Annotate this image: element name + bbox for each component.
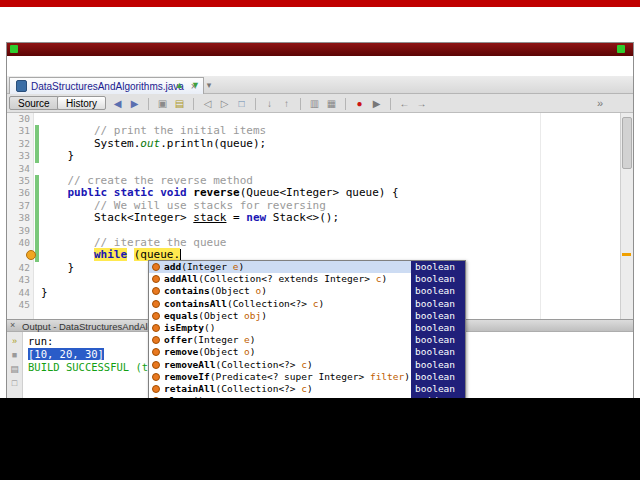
change-bar	[35, 175, 39, 187]
method-icon	[152, 287, 160, 295]
record-macro-icon[interactable]: ●	[353, 96, 366, 111]
change-bar	[35, 138, 39, 150]
stop-icon[interactable]: ■	[7, 350, 22, 360]
code-line: }	[41, 150, 74, 162]
editor-scrollbar[interactable]	[620, 113, 633, 319]
completion-item[interactable]: equals(Object obj)boolean	[149, 310, 465, 322]
toolbar-icon-strip: ◀▶▣▤◁▷□↓↑▥▦●▶←→	[111, 96, 428, 111]
change-bar	[35, 150, 39, 162]
line-number: 43	[7, 274, 30, 286]
method-icon	[152, 336, 160, 344]
completion-item[interactable]: removeAll(Collection<?> c)boolean	[149, 359, 465, 371]
java-file-icon	[16, 80, 27, 92]
run-macro-icon[interactable]: ▶	[370, 96, 383, 111]
method-icon	[152, 263, 160, 271]
output-settings-icon[interactable]: ▤	[7, 364, 22, 374]
source-view-button[interactable]: Source	[9, 96, 59, 110]
line-number: 31	[7, 125, 30, 137]
uncomment-icon[interactable]: ▦	[325, 96, 338, 111]
previous-error-icon[interactable]: ↑	[280, 96, 293, 111]
completion-item[interactable]: remove(Object o)boolean	[149, 346, 465, 358]
find-selection-icon[interactable]: ▣	[156, 96, 169, 111]
method-icon	[152, 312, 160, 320]
completion-item[interactable]: offer(Integer e)boolean	[149, 334, 465, 346]
completion-item[interactable]: contains(Object o)boolean	[149, 285, 465, 297]
highlight-icon[interactable]: ▤	[173, 96, 186, 111]
code-line: Stack<Integer> stack = new Stack<>();	[41, 212, 339, 224]
error-stripe-mark[interactable]	[622, 253, 631, 256]
completion-item[interactable]: removeIf(Predicate<? super Integer> filt…	[149, 371, 465, 383]
method-icon	[152, 324, 160, 332]
screen: DataStructuresAndAlgorithms.java × ▲▼▾ S…	[0, 0, 640, 480]
previous-document-icon[interactable]: ▲	[175, 78, 184, 92]
top-red-bar	[0, 0, 640, 7]
green-status-dot-left	[10, 45, 18, 53]
toolbar-overflow-icon[interactable]: »	[597, 97, 603, 109]
output-line: run:	[28, 335, 53, 348]
editor-tab-bar: DataStructuresAndAlgorithms.java × ▲▼▾	[7, 76, 633, 94]
next-bookmark-icon[interactable]: ▷	[218, 96, 231, 111]
line-number: 42	[7, 262, 30, 274]
rerun-icon[interactable]: »	[7, 336, 22, 346]
completion-return-type: boolean	[411, 334, 465, 346]
toolbar-separator	[193, 98, 194, 110]
completion-return-type: boolean	[411, 371, 465, 383]
change-bar	[35, 237, 39, 249]
line-number: 44	[7, 287, 30, 299]
completion-signature: contains(Object o)	[164, 285, 411, 297]
toolbar-separator	[345, 98, 346, 110]
toggle-bookmark-icon[interactable]: □	[235, 96, 248, 111]
change-bar	[35, 187, 39, 199]
line-number: 32	[7, 138, 30, 150]
shift-left-icon[interactable]: ←	[398, 96, 411, 111]
method-icon	[152, 300, 160, 308]
selected-output-text: [10, 20, 30]	[28, 348, 104, 360]
completion-return-type: boolean	[411, 346, 465, 358]
completion-return-type: boolean	[411, 383, 465, 395]
previous-bookmark-icon[interactable]: ◁	[201, 96, 214, 111]
method-icon	[152, 348, 160, 356]
back-icon[interactable]: ◀	[111, 96, 124, 111]
close-output-icon[interactable]: ×	[10, 320, 15, 330]
line-number: 35	[7, 175, 30, 187]
change-bar	[35, 125, 39, 137]
shift-right-icon[interactable]: →	[415, 96, 428, 111]
forward-icon[interactable]: ▶	[128, 96, 141, 111]
completion-item[interactable]: isEmpty()boolean	[149, 322, 465, 334]
line-number: 34	[7, 163, 30, 175]
line-number-gutter[interactable]: 303132333435363738394042434445	[7, 113, 34, 319]
clear-output-icon[interactable]: □	[7, 378, 22, 388]
completion-signature: isEmpty()	[164, 322, 411, 334]
completion-signature: equals(Object obj)	[164, 310, 411, 322]
output-side-toolbar: »■▤□	[7, 332, 23, 398]
code-completion-popup[interactable]: add(Integer e)booleanaddAll(Collection<?…	[148, 260, 466, 410]
completion-item[interactable]: add(Integer e)boolean	[149, 261, 465, 273]
completion-item[interactable]: retainAll(Collection<?> c)boolean	[149, 383, 465, 395]
completion-signature: containsAll(Collection<?> c)	[164, 298, 411, 310]
completion-signature: add(Integer e)	[164, 261, 411, 273]
line-number: 39	[7, 225, 30, 237]
line-number: 40	[7, 237, 30, 249]
scrollbar-thumb[interactable]	[622, 117, 632, 169]
line-number: 38	[7, 212, 30, 224]
completion-signature: addAll(Collection<? extends Integer> c)	[164, 273, 411, 285]
completion-return-type: boolean	[411, 359, 465, 371]
completion-item[interactable]: containsAll(Collection<?> c)boolean	[149, 298, 465, 310]
toolbar-separator	[390, 98, 391, 110]
history-view-button[interactable]: History	[57, 96, 106, 110]
green-status-dot-right	[617, 45, 625, 53]
next-document-icon[interactable]: ▼	[191, 78, 200, 92]
next-error-icon[interactable]: ↓	[263, 96, 276, 111]
toolbar-separator	[255, 98, 256, 110]
completion-signature: remove(Object o)	[164, 346, 411, 358]
comment-icon[interactable]: ▥	[308, 96, 321, 111]
completion-item[interactable]: addAll(Collection<? extends Integer> c)b…	[149, 273, 465, 285]
document-list-icon[interactable]: ▾	[207, 78, 212, 92]
toolbar-separator	[148, 98, 149, 110]
code-line: System.out.println(queue);	[41, 138, 266, 150]
change-bar	[35, 225, 39, 237]
method-icon	[152, 361, 160, 369]
window-title-bar	[7, 43, 633, 56]
completion-return-type: boolean	[411, 298, 465, 310]
right-margin-guide	[540, 113, 541, 319]
